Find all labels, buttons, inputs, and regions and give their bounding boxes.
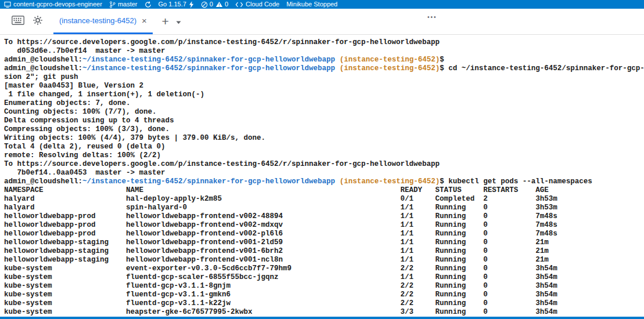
error-count-label: 0: [210, 0, 213, 9]
terminal-line: helloworldwebapp-prod helloworldwebapp-f…: [4, 230, 644, 238]
problems-status-item[interactable]: 0 0: [201, 0, 228, 9]
project-status-item[interactable]: content-gcpro-devops-engineer: [4, 0, 102, 9]
terminal-line: To https://source.developers.google.com/…: [4, 160, 644, 169]
error-circle-icon: [201, 1, 208, 8]
terminal-line: admin_@cloudshell:~/instance-testing-645…: [4, 56, 644, 64]
cloud-code-status-item[interactable]: Cloud Code: [235, 0, 279, 9]
tab-label: (instance-testing-6452): [59, 16, 136, 25]
code-brackets-icon: [235, 2, 243, 8]
keyboard-icon: [12, 16, 24, 27]
go-version-status-item[interactable]: Go 1.15.7: [159, 0, 194, 9]
terminal-line: helloworldwebapp-staging helloworldwebap…: [4, 247, 644, 256]
terminal-line: Total 4 (delta 2), reused 0 (delta 0): [4, 143, 644, 151]
terminal-line: kube-system heapster-gke-6c76577995-2kwb…: [4, 308, 644, 317]
warning-triangle-icon: [215, 1, 223, 8]
terminal-line: Writing objects: 100% (4/4), 379 bytes |…: [4, 134, 644, 143]
terminal-settings-button[interactable]: [28, 12, 48, 31]
terminal-line: helloworldwebapp-prod helloworldwebapp-f…: [4, 221, 644, 230]
bottom-status-bar: [0, 317, 644, 319]
gear-icon: [32, 14, 44, 28]
refresh-icon: [145, 1, 152, 8]
panel-more-button[interactable]: •••: [427, 14, 437, 20]
terminal-line: Counting objects: 100% (7/7), done.: [4, 108, 644, 117]
new-tab-button[interactable]: +: [159, 12, 172, 31]
terminal-line: kube-system fluentd-gcp-v3.1.1-8gnjm 2/2…: [4, 282, 644, 291]
terminal-line: helloworldwebapp-prod helloworldwebapp-f…: [4, 212, 644, 221]
terminal-line: helloworldwebapp-staging helloworldwebap…: [4, 256, 644, 264]
tab-close-button[interactable]: ×: [142, 16, 147, 25]
terminal-line: To https://source.developers.google.com/…: [4, 38, 644, 47]
terminal-line: Compressing objects: 100% (3/3), done.: [4, 125, 644, 134]
terminal-line: kube-system fluentd-gcp-v3.1.1-gmkn6 2/2…: [4, 291, 644, 299]
tab-instance-testing-6452[interactable]: (instance-testing-6452) ×: [53, 9, 153, 34]
terminal-line: kube-system event-exporter-v0.3.0-5cd6cc…: [4, 264, 644, 273]
keyboard-shortcuts-button[interactable]: [8, 12, 28, 31]
go-version-label: Go 1.15.7: [159, 0, 186, 9]
branch-name-label: master: [118, 0, 138, 9]
terminal-line: sion 2"; git push: [4, 73, 644, 82]
terminal-line: [master 0aa0453] Blue, Version 2: [4, 82, 644, 90]
terminal-line: 7b0ef14..0aa0453 master -> master: [4, 169, 644, 177]
chevron-down-icon: [176, 16, 181, 27]
top-status-bar: content-gcpro-devops-engineer master Go …: [0, 0, 644, 9]
cloud-code-label: Cloud Code: [246, 0, 279, 9]
terminal-buffer: To https://source.developers.google.com/…: [4, 38, 644, 317]
git-branch-icon: [109, 1, 116, 8]
terminal-line: kube-system fluentd-gcp-v3.1.1-k22jw 2/2…: [4, 299, 644, 308]
terminal-tab-bar: (instance-testing-6452) × + •••: [0, 9, 644, 35]
terminal-line: admin_@cloudshell:~/instance-testing-645…: [4, 177, 644, 186]
lightning-icon: [189, 1, 194, 8]
terminal-line: Enumerating objects: 7, done.: [4, 99, 644, 108]
terminal-line: d053d6e..7b0ef14 master -> master: [4, 47, 644, 56]
warning-count-label: 0: [225, 0, 228, 9]
terminal-line: kube-system fluentd-gcp-scaler-6855f55bc…: [4, 273, 644, 282]
cloud-shell-session-icon: [4, 1, 11, 8]
terminal-line: NAMESPACE NAME READY STATUS RESTARTS AGE: [4, 186, 644, 195]
sync-status-item[interactable]: [145, 1, 152, 8]
project-name-label: content-gcpro-devops-engineer: [13, 0, 102, 9]
terminal-line: halyard spin-halyard-0 1/1 Running 0 3h5…: [4, 204, 644, 212]
terminal-line: admin_@cloudshell:~/instance-testing-645…: [4, 64, 644, 73]
tab-menu-caret[interactable]: [174, 12, 184, 31]
terminal-line: remote: Resolving deltas: 100% (2/2): [4, 151, 644, 160]
minikube-status-item[interactable]: Minikube Stopped: [286, 0, 337, 9]
git-branch-status-item[interactable]: master: [109, 0, 138, 9]
terminal-line: Delta compression using up to 4 threads: [4, 117, 644, 125]
terminal-output[interactable]: To https://source.developers.google.com/…: [0, 35, 644, 319]
terminal-line: halyard hal-deploy-apply-k2m85 0/1 Compl…: [4, 195, 644, 204]
terminal-line: 1 file changed, 1 insertion(+), 1 deleti…: [4, 90, 644, 99]
terminal-line: helloworldwebapp-staging helloworldwebap…: [4, 238, 644, 247]
minikube-status-label: Minikube Stopped: [286, 0, 337, 9]
